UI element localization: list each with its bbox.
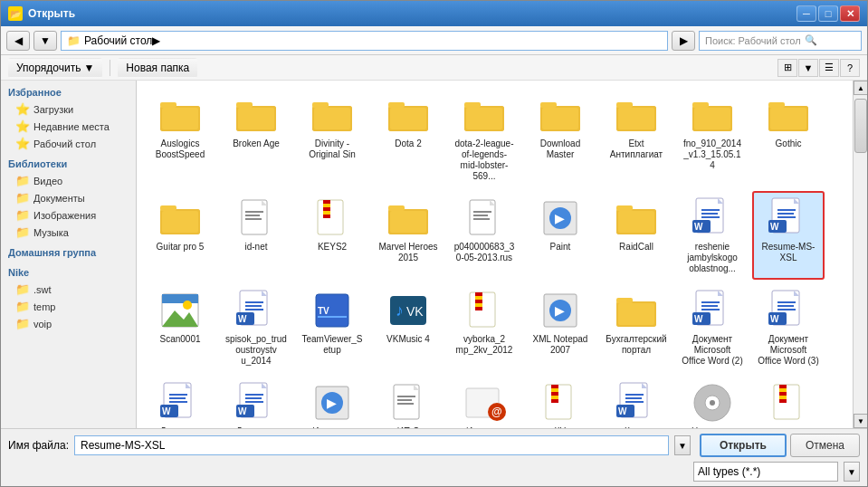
folder-icon: 📁	[15, 300, 30, 313]
file-item-vkmusic[interactable]: ♪ VK VKMusic 4	[372, 283, 444, 372]
file-item-buhgalter[interactable]: Бухгалтерский портал	[600, 283, 672, 372]
sidebar-item-docs[interactable]: 📁 Документы	[1, 189, 136, 206]
search-box[interactable]: Поиск: Рабочий стол 🔍	[699, 31, 862, 51]
minimize-button[interactable]: ─	[796, 5, 816, 22]
homegroup-header[interactable]: Домашняя группа	[1, 244, 136, 261]
file-name-teamviewer: TeamViewer_Setup	[301, 334, 363, 356]
action-buttons: Открыть Отмена	[700, 434, 860, 457]
file-item-kniga[interactable]: W W Книга	[600, 376, 672, 428]
view-list-button[interactable]: ☰	[819, 59, 839, 77]
file-item-vyborka[interactable]: vyborka_2 mp_2kv_2012	[448, 283, 520, 372]
toolbar: Упорядочить ▼ Новая папка ⊞ ▼ ☰ ?	[1, 55, 867, 81]
libraries-header[interactable]: Библиотеки	[1, 156, 136, 172]
scroll-down-button[interactable]: ▼	[854, 414, 867, 428]
new-folder-label: Новая папка	[126, 62, 189, 74]
main-area: Избранное ⭐ Загрузки ⭐ Недавние места ⭐ …	[1, 81, 867, 428]
file-item-gothic[interactable]: Gothic	[752, 88, 825, 187]
svg-rect-141	[169, 394, 187, 396]
back-button[interactable]: ◀	[6, 31, 30, 51]
file-item-broken-age[interactable]: Broken Age	[220, 88, 292, 187]
svg-rect-39	[162, 211, 198, 233]
file-item-raidcall[interactable]: RaidCall	[600, 191, 672, 280]
file-item-doc-word2[interactable]: W W Документ Microsoft Office Word (2)	[676, 283, 749, 372]
file-icon-vkmusic: ♪ VK	[386, 289, 430, 332]
file-item-dota2[interactable]: Dota 2	[372, 88, 444, 187]
svg-rect-82	[777, 216, 796, 218]
svg-rect-73	[701, 216, 720, 218]
file-item-marvel[interactable]: Marvel Heroes 2015	[372, 191, 444, 280]
svg-rect-109	[475, 296, 482, 300]
file-item-auslogics[interactable]: Auslogics BoostSpeed	[144, 88, 216, 187]
open-button[interactable]: Открыть	[700, 434, 787, 457]
help-button[interactable]: ?	[840, 59, 860, 77]
sidebar-item-temp[interactable]: 📁 temp	[1, 298, 136, 315]
file-item-download-master[interactable]: Download Master	[524, 88, 596, 187]
file-item-keys2[interactable]: KEYS2	[296, 191, 368, 280]
file-item-nauch[interactable]: научная	[752, 376, 825, 428]
view-dropdown-button[interactable]: ▼	[798, 59, 818, 77]
svg-rect-94	[245, 305, 262, 307]
cancel-button[interactable]: Отмена	[790, 434, 860, 457]
new-folder-button[interactable]: Новая папка	[118, 58, 197, 78]
file-item-dota2-league[interactable]: dota-2-league-of-legends-mid-lobster-569…	[448, 88, 520, 187]
sidebar-item-downloads[interactable]: ⭐ Загрузки	[1, 100, 136, 118]
file-item-id-net[interactable]: id-net	[220, 191, 292, 280]
svg-rect-188	[779, 385, 787, 388]
file-item-scan0001[interactable]: Scan0001	[144, 283, 216, 372]
file-item-p04[interactable]: p040000683_30-05-2013.rus	[448, 191, 520, 280]
sidebar-item-swt[interactable]: 📁 .swt	[1, 281, 136, 298]
file-item-doc2[interactable]: W W Документ	[144, 376, 216, 428]
sidebar-item-music[interactable]: 📁 Музыка	[1, 224, 136, 241]
sidebar-item-images[interactable]: 📁 Изображения	[1, 206, 136, 224]
filename-input[interactable]	[74, 435, 669, 455]
scrollbar[interactable]: ▲ ▼	[853, 81, 867, 428]
svg-rect-31	[694, 108, 730, 129]
sidebar-item-desktop[interactable]: ⭐ Рабочий стол	[1, 135, 136, 152]
view-grid-button[interactable]: ⊞	[777, 59, 797, 77]
file-item-ip-c[interactable]: ИП С	[372, 376, 444, 428]
file-icon-reshenie: W W	[691, 196, 734, 240]
file-icon-etxt	[615, 93, 658, 137]
file-item-resume[interactable]: W W Resume-MS-XSL	[752, 191, 825, 280]
file-item-kn[interactable]: КН	[524, 376, 596, 428]
file-item-spisok[interactable]: W W spisok_po_trudoustroystv u_2014	[220, 283, 292, 372]
file-item-doc3[interactable]: W W Документ	[220, 376, 292, 428]
organize-button[interactable]: Упорядочить ▼	[8, 58, 102, 78]
svg-rect-81	[777, 213, 794, 215]
svg-rect-171	[551, 392, 558, 396]
file-item-guitar-pro[interactable]: Guitar pro 5	[144, 191, 216, 280]
file-name-doc2: Документ	[160, 426, 200, 428]
scroll-thumb[interactable]	[854, 99, 867, 153]
filetype-dropdown-button[interactable]: ▼	[844, 462, 860, 482]
filetype-select[interactable]: All types (*.*)	[693, 462, 838, 482]
file-item-reshenie[interactable]: W W reshenie jambylskogo oblastnog...	[676, 191, 749, 280]
file-item-xml[interactable]: ▶ XML Notepad 2007	[524, 283, 596, 372]
file-name-vkmusic: VKMusic 4	[386, 334, 430, 345]
sidebar-item-recent[interactable]: ⭐ Недавние места	[1, 118, 136, 135]
file-item-paint[interactable]: ▶ Paint	[524, 191, 596, 280]
nike-header[interactable]: Nike	[1, 264, 136, 281]
sidebar-item-video[interactable]: 📁 Видео	[1, 172, 136, 189]
refresh-button[interactable]: ▶	[672, 31, 695, 51]
svg-rect-58	[473, 211, 491, 213]
file-item-etxt[interactable]: Etxt Антиплагиат	[600, 88, 672, 187]
scroll-up-button[interactable]: ▲	[854, 81, 867, 95]
file-item-iskat[interactable]: @ Искать в	[448, 376, 520, 428]
close-button[interactable]: ✕	[840, 5, 860, 22]
sidebar-voip-label: voip	[33, 319, 52, 329]
file-item-nalog[interactable]: Налоговы	[676, 376, 749, 428]
file-item-doc-word3[interactable]: W W Документ Microsoft Office Word (3)	[752, 283, 825, 372]
file-item-fno910[interactable]: fno_910_2014_v1.3_15.05.14	[676, 88, 749, 187]
sidebar-item-voip[interactable]: 📁 voip	[1, 315, 136, 332]
filename-dropdown-button[interactable]: ▼	[674, 435, 691, 455]
file-item-teamviewer[interactable]: TV TeamViewer_Setup	[296, 283, 368, 372]
file-item-internet[interactable]: ▶ Интернет	[296, 376, 368, 428]
file-name-xml: XML Notepad 2007	[529, 334, 591, 356]
favorites-header[interactable]: Избранное	[1, 84, 136, 100]
libraries-group: Библиотеки 📁 Видео 📁 Документы 📁 Изображ…	[1, 156, 136, 241]
forward-button[interactable]: ▼	[33, 31, 57, 51]
address-path[interactable]: 📁 Рабочий стол ▶	[61, 31, 668, 51]
file-item-divinity[interactable]: Divinity - Original Sin	[296, 88, 368, 187]
sidebar: Избранное ⭐ Загрузки ⭐ Недавние места ⭐ …	[1, 81, 137, 428]
maximize-button[interactable]: □	[818, 5, 838, 22]
